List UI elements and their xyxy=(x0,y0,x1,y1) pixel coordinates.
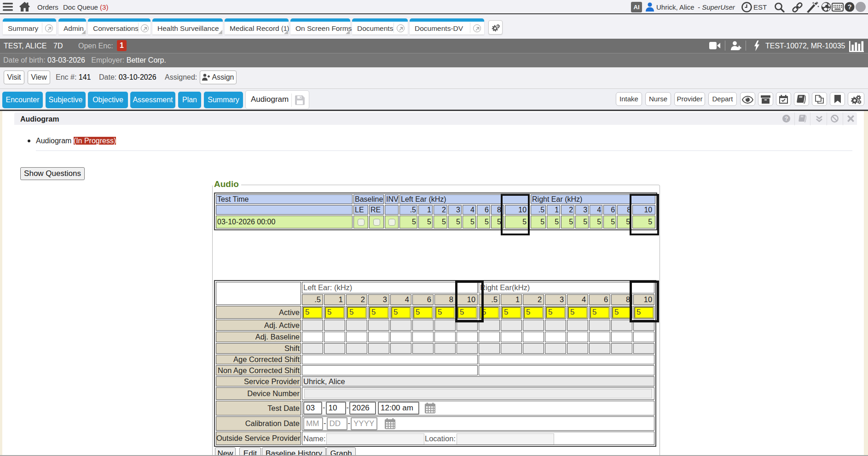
svg-text:?: ? xyxy=(847,3,851,11)
svg-text:?: ? xyxy=(785,116,788,122)
